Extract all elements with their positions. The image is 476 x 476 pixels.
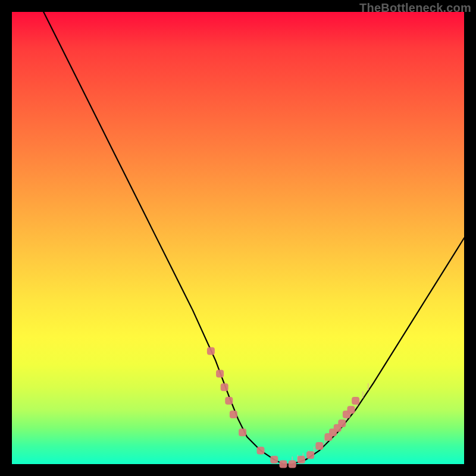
svg-rect-20: [239, 428, 246, 436]
plot-area: [12, 12, 464, 464]
svg-rect-16: [216, 370, 224, 378]
highlight-dots: [207, 347, 359, 468]
tick-marks: [292, 384, 368, 463]
svg-rect-31: [338, 419, 346, 427]
curve-svg: [12, 12, 464, 464]
svg-rect-34: [352, 397, 359, 405]
svg-rect-17: [221, 383, 228, 391]
svg-rect-24: [289, 461, 296, 468]
svg-rect-25: [298, 456, 305, 464]
chart-frame: TheBottleneck.com: [0, 0, 476, 476]
svg-rect-33: [347, 406, 355, 414]
svg-rect-27: [315, 442, 323, 450]
svg-rect-19: [230, 411, 237, 418]
svg-rect-21: [257, 447, 265, 455]
svg-rect-22: [270, 456, 278, 464]
curve-line: [43, 12, 464, 464]
svg-rect-15: [207, 347, 215, 355]
svg-rect-18: [225, 397, 233, 405]
svg-rect-23: [280, 461, 287, 468]
svg-rect-26: [306, 451, 314, 459]
